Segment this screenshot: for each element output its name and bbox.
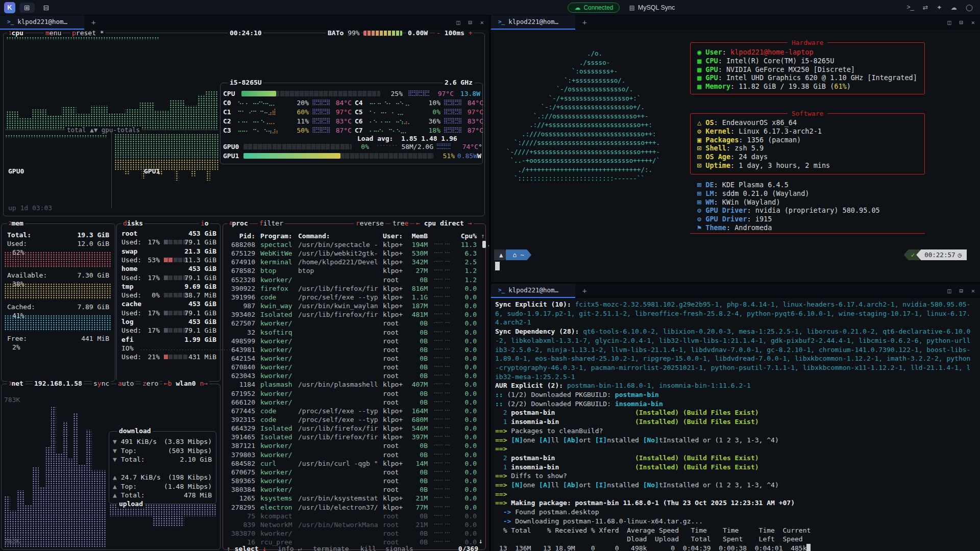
net-zero-button[interactable]: zero — [141, 380, 160, 387]
preset-button[interactable]: preset * — [70, 30, 106, 37]
process-row[interactable]: 75kcompactroot0B⠐⠒⠒⠐⠒0.0 — [223, 512, 485, 520]
process-row[interactable]: 670840kworker/root0B⠐⠒⠒⠐⠒0.0 — [223, 363, 485, 371]
system-row: ⊞ WM: KWin (Wayland) — [697, 198, 780, 206]
filter-button[interactable]: filter — [258, 220, 285, 227]
process-row[interactable]: 674910kerminal/home/klpod221/Develklpo+3… — [223, 258, 485, 266]
system-row: ⊞ LM: sddm 0.21.0 (Wayland) — [697, 189, 810, 197]
io-toggle[interactable]: io — [199, 220, 210, 227]
new-tab-button[interactable]: + — [582, 287, 586, 295]
graph-mode-label[interactable]: total ▲▼ gpu-totals — [65, 127, 141, 134]
terminal-prompt-icon: >_ — [498, 287, 505, 293]
split-layout-icon[interactable]: ⊟ — [39, 3, 54, 13]
split-horizontal-icon[interactable]: ⊟ — [960, 19, 963, 26]
scroll-down-icon[interactable]: ↓ — [479, 537, 483, 545]
sort-selector[interactable]: ← cpu direct → — [414, 220, 474, 227]
terminal-prompt-icon: >_ — [498, 18, 505, 25]
disks-box-title[interactable]: disks — [121, 220, 144, 227]
grid-layout-icon[interactable]: ⊞ — [19, 3, 35, 13]
software-section-title: Software — [788, 110, 828, 117]
split-horizontal-icon[interactable]: ⊟ — [960, 287, 963, 294]
process-row[interactable]: 643981kworker/root0B⠐⠒⠒⠐⠒0.0 — [223, 345, 485, 354]
process-row[interactable]: 664329Isolated/usr/lib/firefox/firklpo+5… — [223, 424, 485, 433]
process-row[interactable]: 498599kworker/root0B⠐⠒⠒⠐⠒0.0 — [223, 337, 485, 345]
cpu-box-title[interactable]: 1cpu — [7, 30, 25, 37]
process-row[interactable]: 393402Isolated/usr/lib/firefox/firklpo+4… — [223, 310, 485, 319]
split-vertical-icon[interactable]: ◫ — [456, 19, 460, 26]
process-row[interactable]: 383870kworker/root0B⠐⠒⠒⠐⠒0.0 — [223, 529, 485, 538]
process-row[interactable]: 387121kworker/root0B⠐⠒⠒⠐⠒0.0 — [223, 441, 485, 450]
cloud-status-icon: ☁ — [574, 4, 580, 11]
circle-icon[interactable]: ◯ — [966, 4, 973, 11]
download-box-title: download — [117, 428, 153, 435]
terminal-icon[interactable]: >_ — [906, 4, 914, 11]
software-row: ▣ Packages: 1356 (pacman) — [697, 136, 801, 144]
mem-box-title[interactable]: 2mem — [7, 220, 25, 227]
battery-label: BATo 99% — [326, 30, 361, 37]
process-row[interactable]: 1265ksystems/usr/bin/ksystemstatklpo+21M… — [223, 494, 485, 503]
topbar: K ⊞ ⊟ ☁ Connected ▤ MySQL Sync >_ ⇄ ✦ ☁ … — [0, 0, 980, 15]
prompt-bar: ▲⌂ ~ — [494, 249, 531, 260]
software-row: ⊡ Uptime: 1 day, 3 hours, 2 mins — [697, 161, 830, 169]
process-row[interactable]: 627507kworker/root0B⠐⠒⠒⠐⠒0.0 — [223, 319, 485, 328]
process-row[interactable]: 642154kworker/root0B⠐⠒⠒⠐⠒0.0 — [223, 354, 485, 363]
process-row[interactable]: 623043kworker/root0B⠐⠒⠒⠐⠒0.0 — [223, 371, 485, 380]
process-row[interactable]: 670675kworker/root0B⠐⠒⠒⠐⠒0.0 — [223, 468, 485, 477]
process-row[interactable]: 675129WebKitWe/usr/lib/webkit2gtk-klpo+5… — [223, 249, 485, 258]
close-pane-icon[interactable]: ✕ — [971, 287, 975, 294]
process-row[interactable]: 391996code/proc/self/exe --typklpo+1.1G⠐… — [223, 293, 485, 302]
net-box-title[interactable]: 3net — [7, 380, 25, 387]
menu-button[interactable]: menu — [44, 30, 63, 37]
disk-name-row: log453 GiB — [121, 318, 217, 325]
net-sync-button[interactable]: sync — [92, 380, 111, 387]
terminal-line: 13 136M 13 18.9M 0 0 498k 0 0:04:39 0:00… — [495, 544, 979, 551]
process-row[interactable]: 684582curl/usr/bin/curl -qgb "klpo+14M⠐⠒… — [223, 459, 485, 468]
process-row[interactable]: 392315code/proc/self/exe --typklpo+680M⠐… — [223, 415, 485, 424]
process-row[interactable]: 678582btopbtopklpo+27M⠐⠒⠒⠐⠒1.2 — [223, 266, 485, 275]
process-row[interactable]: 380384kworker/root0B⠐⠒⠒⠐⠒0.0 — [223, 485, 485, 494]
split-vertical-icon[interactable]: ◫ — [947, 287, 951, 294]
process-row[interactable]: 278295electron/usr/lib/electron37/klpo+7… — [223, 503, 485, 512]
process-row[interactable]: 688208spectacl/usr/bin/spectacle -klpo+1… — [223, 240, 485, 249]
hardware-row: ▦ GPU: Intel UHD Graphics 620 @ 1.10 GHz… — [697, 73, 917, 82]
right-bottom-tab[interactable]: >_ klpod221@hom… — [491, 284, 575, 298]
app-logo-icon[interactable]: K — [4, 2, 15, 13]
net-auto-button[interactable]: auto — [116, 380, 135, 387]
process-row[interactable]: 666120kworker/root0B⠐⠒⠒⠐⠒0.0 — [223, 398, 485, 407]
download-stat-row: ▼ 491 KiB/s(3.83 Mibps) — [113, 438, 213, 445]
process-row[interactable]: 32ksoftirqroot0B⠐⠒⠒⠐⠒0.0 — [223, 328, 485, 337]
sync-icon[interactable]: ⇄ — [923, 4, 928, 11]
clock: 00:24:10 — [228, 30, 263, 37]
net-iface-switcher[interactable]: ←b wlan0 n→ — [162, 380, 209, 387]
process-row[interactable]: 671952kworker/root0B⠐⠒⠒⠐⠒0.0 — [223, 389, 485, 398]
theme-icon: ⚑ — [697, 223, 701, 232]
close-pane-icon[interactable]: ✕ — [480, 19, 484, 26]
mysql-sync-button[interactable]: ▤ MySQL Sync — [629, 4, 675, 11]
split-horizontal-icon[interactable]: ⊟ — [469, 19, 472, 26]
process-row[interactable]: 1184plasmash/usr/bin/plasmashellklpo+407… — [223, 380, 485, 389]
process-row[interactable]: 391465Isolated/usr/lib/firefox/firklpo+3… — [223, 433, 485, 441]
process-row[interactable]: 652328kworker/root0B⠐⠒⠒⠐⠒1.2 — [223, 276, 485, 284]
close-pane-icon[interactable]: ✕ — [971, 19, 975, 26]
split-vertical-icon[interactable]: ◫ — [947, 19, 951, 26]
process-row[interactable]: 589365kworker/root0B⠐⠒⠒⠐⠒0.0 — [223, 477, 485, 485]
tree-button[interactable]: tree — [391, 220, 410, 227]
software-row: ⊡ Shell: zsh 5.9 — [697, 144, 764, 152]
disk-io-row: IO%·································· — [121, 344, 217, 352]
process-row[interactable]: 839NetworkM/usr/bin/NetworkManaroot21M⠐⠒… — [223, 520, 485, 529]
proc-box-title[interactable]: 4proc — [228, 220, 250, 227]
new-tab-button[interactable]: + — [582, 18, 586, 27]
process-row[interactable]: 987kwin_way/usr/bin/kwin_waylanklpo+187M… — [223, 302, 485, 310]
process-row[interactable]: 379803kworker/root0B⠐⠒⠒⠐⠒0.0 — [223, 450, 485, 459]
left-tab[interactable]: >_ klpod221@hom… — [0, 15, 84, 30]
cpu-model-label: i5-8265U — [228, 79, 263, 86]
upload-box-title: upload — [117, 500, 144, 508]
cloud-icon[interactable]: ☁ — [951, 4, 958, 11]
right-top-tab[interactable]: >_ klpod221@hom… — [491, 15, 575, 30]
user-icon: ◉ — [697, 48, 701, 56]
update-interval[interactable]: - 100ms + — [435, 30, 474, 37]
reverse-button[interactable]: reverse — [354, 220, 385, 227]
process-row[interactable]: 390922firefox/usr/lib/firefox/firklpo+81… — [223, 284, 485, 293]
new-tab-button[interactable]: + — [91, 18, 95, 27]
process-row[interactable]: 677445code/proc/self/exe --typklpo+164M⠐… — [223, 407, 485, 415]
key-icon[interactable]: ✦ — [937, 4, 942, 11]
